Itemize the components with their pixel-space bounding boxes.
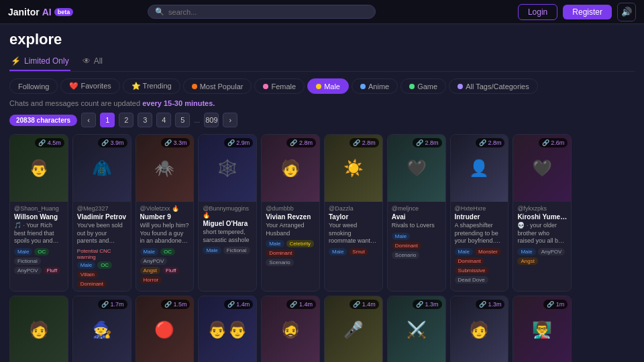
- pagination-row: 20838 characters ‹ 1 2 3 4 5 ... 809 ›: [9, 113, 635, 127]
- tab-limited-only[interactable]: ⚡ Limited Only: [9, 54, 70, 71]
- filter-favorites[interactable]: ❤️ Favorites: [60, 78, 119, 94]
- card-author: @Dazzla: [329, 205, 378, 212]
- page-1-button[interactable]: 1: [100, 113, 115, 127]
- card-body: @Shaon_Huang Willson Wang 🎵 · Your Rich …: [10, 202, 68, 278]
- card-tags: MaleAnyPOVAngst: [517, 248, 567, 265]
- card-body: @Meg2327 Vladimir Petrov You've been sol…: [73, 202, 131, 291]
- card-body: @fykxzpks Kiroshi Yume 💀 Older brother 💀…: [513, 202, 571, 268]
- register-button[interactable]: Register: [563, 5, 612, 19]
- card-desc: Will you help him? You found a guy in an…: [140, 222, 190, 245]
- card-tag: Dead Dove: [455, 276, 488, 284]
- card-r2c6[interactable]: 🎤 🔗 1.4m HUBBY | Taehyun Kim: [324, 296, 383, 362]
- next-page-button[interactable]: ›: [223, 113, 237, 127]
- card-tag: Scenario: [266, 259, 294, 266]
- filter-trending[interactable]: ⭐ Trending: [123, 78, 180, 94]
- filter-most-popular[interactable]: Most Popular: [183, 78, 252, 94]
- card-r2c1[interactable]: 🧑 Nathaniel Ishide-Davis · resi: [9, 296, 68, 362]
- card-author: @HxteHxre: [455, 205, 504, 212]
- filter-female[interactable]: Female: [254, 78, 305, 94]
- card-r2c5[interactable]: 🧔 🔗 1.4m Harment: [261, 296, 320, 362]
- card-tags: MaleSmut: [329, 248, 378, 255]
- card-r2c8[interactable]: 🧑 🔗 1.3m Nicholas: [450, 296, 509, 362]
- card-image-wrap: 🧑: [10, 296, 68, 362]
- card-tag: Submissive: [455, 267, 489, 274]
- card-image-wrap: 👨‍🏫 🔗 1m: [513, 296, 571, 362]
- filter-male[interactable]: Male: [307, 78, 349, 94]
- volume-button[interactable]: 🔊: [617, 3, 636, 21]
- header: JanitorAI beta 🔍 Login Register 🔊: [0, 0, 644, 24]
- filter-game[interactable]: Game: [400, 78, 446, 94]
- logo-ai: AI: [42, 7, 52, 17]
- card-image-wrap: 🕸️ 🔗 2.9m: [199, 135, 256, 202]
- card-c7[interactable]: 🖤 🔗 2.8m @meljnce Avai Rivals to Lovers …: [387, 134, 446, 292]
- card-stat: 🔗 1m: [543, 300, 568, 309]
- card-c5[interactable]: 🧑 🔗 2.8m @dumbbb Vivian Revzen Your Arra…: [261, 134, 320, 292]
- filter-anime[interactable]: Anime: [352, 78, 398, 94]
- card-name: Willson Wang: [14, 213, 64, 221]
- filter-following[interactable]: Following: [9, 78, 58, 94]
- card-body: @HxteHxre Intruder A shapeshifter preten…: [451, 202, 508, 287]
- card-tag: Male: [77, 261, 95, 269]
- card-tag: Celebrity: [286, 240, 315, 247]
- card-body: @Dazzla Taylor Your weed smoking roommat…: [325, 202, 382, 259]
- card-tag: Monster: [475, 248, 501, 255]
- card-stat: 🔗 2.8m: [286, 138, 316, 147]
- card-c4[interactable]: 🕸️ 🔗 2.9m @Bunnymuggins 🔥 Miguel O'Hara …: [198, 134, 257, 292]
- login-button[interactable]: Login: [518, 4, 557, 20]
- card-c2[interactable]: 🧥 🔗 3.9m @Meg2327 Vladimir Petrov You've…: [72, 134, 131, 292]
- card-stat: 🔗 2.8m: [413, 138, 442, 147]
- card-tag: Dominant: [392, 242, 421, 249]
- card-tag: Male: [266, 240, 284, 247]
- card-image-wrap: 🔴 🔗 1.5m: [136, 296, 194, 362]
- card-desc: 🎵 · Your Rich best friend that spoils yo…: [14, 222, 64, 245]
- card-body: @dumbbb Vivian Revzen Your Arranged Husb…: [262, 202, 319, 269]
- card-author: @fykxzpks: [517, 205, 567, 212]
- card-image-placeholder: 🧑: [10, 296, 68, 362]
- card-image-wrap: ⚔️ 🔗 1.3m: [388, 296, 445, 362]
- card-tags: MaleCelebrityDominantScenario: [266, 240, 315, 266]
- page-4-button[interactable]: 4: [156, 113, 171, 127]
- page-body: explore ⚡ Limited Only 👁 All Following ❤…: [0, 24, 644, 362]
- card-c1[interactable]: 👨 🔗 4.5m @Shaon_Huang Willson Wang 🎵 · Y…: [9, 134, 68, 292]
- card-image-wrap: 🧥 🔗 3.9m: [73, 135, 131, 202]
- card-name: Taylor: [329, 213, 378, 221]
- page-5-button[interactable]: 5: [175, 113, 190, 127]
- search-bar[interactable]: 🔍: [148, 5, 376, 19]
- card-stat: 🔗 2.8m: [350, 138, 379, 147]
- card-image-wrap: ☀️ 🔗 2.8m: [325, 135, 382, 202]
- all-icon: 👁: [83, 56, 91, 66]
- card-c9[interactable]: 🖤 🔗 2.6m @fykxzpks Kiroshi Yume 💀 Older …: [513, 134, 572, 292]
- card-tag: Angst: [140, 267, 160, 274]
- card-image-wrap: 🧔 🔗 1.4m: [262, 296, 319, 362]
- card-r2c9[interactable]: 👨‍🏫 🔗 1m Professor Drake Maddox: [513, 296, 572, 362]
- page-3-button[interactable]: 3: [138, 113, 152, 127]
- card-image-wrap: 🧑 🔗 1.3m: [451, 296, 508, 362]
- card-tag: AnyPOV: [140, 257, 168, 265]
- card-r2c7[interactable]: ⚔️ 🔗 1.3m ⚔️ König: [387, 296, 446, 362]
- card-image-wrap: 👨‍👨 🔗 1.4m: [199, 296, 256, 362]
- filter-all-tags[interactable]: All Tags/Categories: [449, 78, 538, 94]
- card-stat: 🔗 1.3m: [476, 300, 505, 309]
- card-image-wrap: 🕷️ 🔗 3.3m: [136, 135, 194, 202]
- prev-page-button[interactable]: ‹: [81, 113, 96, 127]
- filter-tabs: Following ❤️ Favorites ⭐ Trending Most P…: [9, 78, 635, 94]
- card-tag: Dominant: [266, 249, 295, 257]
- card-image-wrap: 🖤 🔗 2.8m: [388, 135, 445, 202]
- card-tag: AnyPOV: [14, 267, 42, 274]
- tab-all[interactable]: 👁 All: [81, 54, 104, 71]
- card-c3[interactable]: 🕷️ 🔗 3.3m @Violetzxx 🔥 Number 9 Will you…: [136, 134, 195, 292]
- card-c8[interactable]: 👤 🔗 2.8m @HxteHxre Intruder A shapeshift…: [450, 134, 509, 292]
- logo[interactable]: JanitorAI beta: [8, 7, 73, 17]
- card-tag: Male: [140, 248, 158, 255]
- all-label: All: [94, 56, 103, 66]
- page-2-button[interactable]: 2: [119, 113, 133, 127]
- card-tag: Male: [329, 248, 347, 255]
- search-input[interactable]: [168, 8, 368, 16]
- card-r2c4[interactable]: 👨‍👨 🔗 1.4m Your Adoptive Fathers: [198, 296, 257, 362]
- card-image-wrap: 👨 🔗 4.5m: [10, 135, 68, 202]
- card-c6[interactable]: ☀️ 🔗 2.8m @Dazzla Taylor Your weed smoki…: [324, 134, 383, 292]
- page-last-button[interactable]: 809: [204, 113, 219, 127]
- card-tag: Male: [392, 233, 410, 240]
- card-r2c2[interactable]: 🧙 🔗 1.7m Mattheo Riddle: [72, 296, 131, 362]
- card-r2c3[interactable]: 🔴 🔗 1.5m Crimsonbreen: [136, 296, 195, 362]
